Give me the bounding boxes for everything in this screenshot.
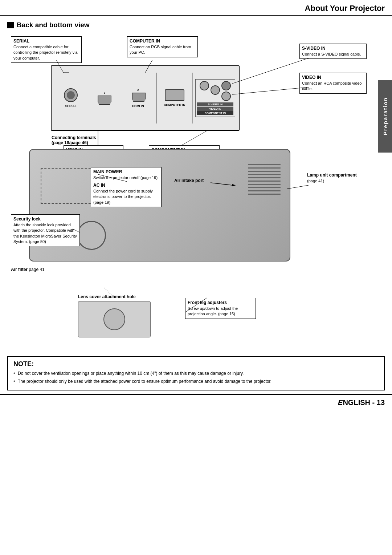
port-serial: SERIAL — [55, 88, 87, 108]
security-lock-desc: Attach the shackle lock provided with th… — [13, 222, 77, 245]
vga-shape — [165, 89, 184, 101]
s-video-in-title: S-VIDEO IN — [302, 45, 364, 52]
air-intake-text: Air intake port — [174, 178, 204, 183]
page-header: About Your Projector — [0, 0, 392, 16]
video-in-desc: Connect an RCA composite video cable. — [302, 81, 364, 92]
lamp-unit-title: Lamp unit compartment — [307, 172, 364, 178]
video-in-title: VIDEO IN — [302, 74, 364, 81]
ac-in-title: AC IN — [93, 182, 159, 189]
front-leg-desc: Screw up/down to adjust the projection a… — [188, 306, 253, 317]
svideo-video-group — [221, 81, 231, 101]
vent-9 — [248, 190, 281, 191]
connecting-terminals-line1: Connecting terminals — [52, 135, 96, 140]
svg-line-3 — [232, 58, 309, 84]
computer-in-title: COMPUTER IN — [130, 38, 195, 44]
panel-divider-2 — [192, 73, 193, 123]
serial-desc: Connect a compatible cable for controlli… — [13, 44, 79, 61]
note-title: NOTE: — [13, 360, 379, 368]
section-title: Back and bottom view — [0, 17, 392, 33]
component-in-badge: COMPONENT IN — [197, 111, 233, 115]
vent-area — [246, 161, 282, 233]
main-power-desc: Switch the projector on/off (page 19) — [93, 175, 159, 181]
serial-port-shape — [64, 88, 78, 102]
section-title-square — [7, 22, 14, 28]
connecting-terminals-line2: (page 18/page 46) — [52, 140, 96, 145]
callout-lens-cover: Lens cover attachment hole — [78, 294, 151, 337]
footer-text: ENGLISH - 13 — [338, 398, 385, 407]
hdmi2-num: 2 — [137, 88, 139, 92]
ac-in-desc: Connect the power cord to supply electro… — [93, 189, 159, 205]
hdmi1-shape — [98, 96, 111, 105]
section-title-text: Back and bottom view — [17, 21, 90, 29]
lens-cover-title: Lens cover attachment hole — [78, 294, 151, 299]
callout-computer-in: COMPUTER IN Connect an RGB signal cable … — [127, 36, 198, 57]
computer-in-desc: Connect an RGB signal cable from your PC… — [130, 44, 195, 56]
hdmi1-num: 1 — [104, 91, 105, 94]
s-video-in-desc: Connect a S-VIDEO signal cable. — [302, 52, 364, 57]
vent-6 — [248, 181, 281, 182]
vent-3 — [248, 171, 281, 172]
note-section: NOTE: Do not cover the ventilation openi… — [7, 356, 385, 390]
serial-port-label: SERIAL — [65, 104, 77, 108]
panel-divider-1 — [156, 73, 157, 123]
lens-illustration-circle — [103, 308, 125, 330]
vent-8 — [248, 187, 281, 188]
lamp-unit-desc: (page 41) — [307, 178, 364, 184]
video-rca-shape — [221, 92, 231, 101]
port-hdmi2: 2 HDMI IN — [122, 88, 154, 108]
callout-lamp-unit: Lamp unit compartment (page 41) — [305, 171, 367, 185]
callout-front-leg: Front leg adjusters Screw up/down to adj… — [185, 298, 256, 319]
port-hdmi1: 1 — [89, 91, 121, 105]
vent-5 — [248, 177, 281, 178]
svg-line-6 — [181, 131, 207, 145]
port-row: SERIAL 1 2 HDMI IN COMPUTER IN — [52, 66, 239, 130]
right-sub-panel: S-VIDEO IN VIDEO IN COMPONENT IN — [195, 79, 235, 117]
svg-line-4 — [232, 87, 309, 94]
lens-circle — [77, 221, 106, 250]
callout-security-lock: Security lock Attach the shackle lock pr… — [11, 214, 80, 246]
side-tab-preparation: Preparation — [378, 80, 392, 153]
vent-1 — [248, 164, 281, 165]
serial-title: SERIAL — [13, 38, 79, 44]
callout-video-in: VIDEO IN Connect an RCA composite video … — [299, 73, 367, 94]
page-title: About Your Projector — [305, 4, 385, 13]
svideo-shape — [221, 81, 231, 90]
rca-y — [200, 81, 209, 90]
air-filter-label: Air filter page 41 — [11, 267, 45, 272]
lens-cover-illustration — [78, 301, 151, 337]
rca-pb — [211, 85, 220, 95]
main-power-title: MAIN POWER — [93, 169, 159, 175]
security-lock-title: Security lock — [13, 216, 77, 222]
air-filter-page: page 41 — [29, 267, 44, 272]
rca-component-group — [200, 81, 231, 101]
hdmi2-shape — [132, 93, 146, 102]
vent-10 — [248, 194, 281, 195]
hdmi-in-label: HDMI IN — [132, 104, 144, 108]
page-footer: ENGLISH - 13 — [0, 394, 392, 410]
callout-main-power: MAIN POWER Switch the projector on/off (… — [91, 167, 162, 207]
svideo-in-badge: S-VIDEO IN — [197, 102, 233, 106]
callout-serial: SERIAL Connect a compatible cable for co… — [11, 36, 82, 63]
port-vga: COMPUTER IN — [159, 89, 191, 107]
connecting-terminals-label: Connecting terminals (page 18/page 46) — [52, 135, 96, 145]
callout-s-video-in: S-VIDEO IN Connect a S-VIDEO signal cabl… — [299, 44, 367, 59]
air-intake-label: Air intake port — [174, 178, 204, 183]
video-in-badge: VIDEO IN — [197, 107, 233, 111]
back-panel-illustration: SERIAL 1 2 HDMI IN COMPUTER IN — [51, 65, 240, 131]
footer-english-italic: E — [338, 398, 343, 406]
footer-nglish: NGLISH - 13 — [343, 398, 385, 406]
front-leg-title: Front leg adjusters — [188, 300, 253, 306]
side-tab-label: Preparation — [382, 97, 388, 135]
diagram-container: SERIAL Connect a compatible cable for co… — [7, 36, 385, 352]
vent-7 — [248, 184, 281, 185]
air-filter-text: Air filter — [11, 267, 28, 272]
vent-2 — [248, 167, 281, 169]
note-item-1: Do not cover the ventilation openings or… — [13, 370, 379, 377]
computer-in-port-label: COMPUTER IN — [164, 103, 185, 107]
vent-4 — [248, 174, 281, 175]
note-item-2: The projector should only be used with t… — [13, 378, 379, 385]
sub-panel-labels: S-VIDEO IN VIDEO IN COMPONENT IN — [197, 102, 233, 115]
